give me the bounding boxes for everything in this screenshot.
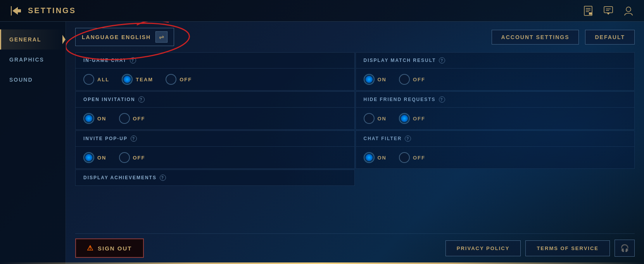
open-invitation-panel: OPEN INVITATION ? ON OFF bbox=[75, 91, 355, 130]
invite-popup-on[interactable]: ON bbox=[83, 152, 107, 163]
display-match-result-off[interactable]: OFF bbox=[399, 74, 425, 85]
settings-panels: IN-GAME CHAT ? ALL TEAM bbox=[75, 52, 635, 232]
filter-icon[interactable]: ⇌ bbox=[155, 31, 167, 43]
display-match-result-body: ON OFF bbox=[356, 69, 635, 90]
invite-popup-panel: INVITE POP-UP ? ON OFF bbox=[75, 130, 355, 169]
profile-icon[interactable] bbox=[622, 5, 635, 17]
content-area: LANGUAGE ENGLISH ⇌ ACCOUNT SETTINGS DEFA… bbox=[66, 22, 644, 264]
in-game-chat-team[interactable]: TEAM bbox=[122, 74, 153, 85]
display-achievements-help[interactable]: ? bbox=[160, 175, 166, 181]
in-game-chat-panel: IN-GAME CHAT ? ALL TEAM bbox=[75, 52, 355, 91]
sidebar-item-graphics[interactable]: GRAPHICS bbox=[0, 50, 66, 70]
svg-marker-0 bbox=[12, 7, 21, 15]
chat-filter-header: CHAT FILTER ? bbox=[356, 131, 635, 147]
sign-out-label: SIGN OUT bbox=[98, 245, 132, 252]
open-invitation-on[interactable]: ON bbox=[83, 113, 107, 124]
invite-popup-header: INVITE POP-UP ? bbox=[76, 131, 354, 147]
top-controls: LANGUAGE ENGLISH ⇌ ACCOUNT SETTINGS DEFA… bbox=[75, 28, 635, 46]
display-match-result-panel: DISPLAY MATCH RESULT ? ON OFF bbox=[356, 52, 635, 91]
language-selector[interactable]: LANGUAGE ENGLISH ⇌ bbox=[75, 28, 174, 46]
chat-filter-on[interactable]: ON bbox=[364, 152, 387, 163]
hide-friend-requests-panel: HIDE FRIEND REQUESTS ? ON OFF bbox=[356, 91, 635, 130]
svg-point-11 bbox=[626, 7, 631, 12]
warning-icon: ⚠ bbox=[87, 244, 94, 252]
svg-rect-7 bbox=[604, 7, 613, 13]
gold-bottom-decoration bbox=[0, 262, 644, 264]
sidebar-item-sound[interactable]: SOUND bbox=[0, 70, 66, 90]
sign-out-button[interactable]: ⚠ SIGN OUT bbox=[75, 238, 144, 258]
open-invitation-off[interactable]: OFF bbox=[119, 113, 145, 124]
hide-friend-requests-body: ON OFF bbox=[356, 108, 635, 129]
in-game-chat-all[interactable]: ALL bbox=[83, 74, 109, 85]
header-title: SETTINGS bbox=[28, 6, 76, 15]
display-match-result-help[interactable]: ? bbox=[439, 57, 445, 63]
chat-filter-panel: CHAT FILTER ? ON OFF bbox=[356, 130, 635, 169]
display-achievements-panel: DISPLAY ACHIEVEMENTS ? bbox=[75, 170, 355, 186]
display-match-result-header: DISPLAY MATCH RESULT ? bbox=[356, 53, 635, 69]
chat-filter-help[interactable]: ? bbox=[405, 135, 411, 142]
header: SETTINGS bbox=[0, 0, 644, 22]
invite-popup-help[interactable]: ? bbox=[131, 135, 137, 142]
chat-filter-off[interactable]: OFF bbox=[399, 152, 425, 163]
header-logo: SETTINGS bbox=[9, 4, 76, 18]
account-settings-button[interactable]: ACCOUNT SETTINGS bbox=[492, 30, 579, 45]
in-game-chat-off[interactable]: OFF bbox=[166, 74, 192, 85]
svg-marker-10 bbox=[607, 13, 610, 15]
hide-friend-requests-on[interactable]: ON bbox=[364, 113, 387, 124]
header-actions bbox=[582, 5, 635, 17]
sidebar: GENERAL GRAPHICS SOUND bbox=[0, 22, 66, 264]
open-invitation-header: OPEN INVITATION ? bbox=[76, 92, 354, 108]
main-layout: GENERAL GRAPHICS SOUND LANGUAGE ENGLISH … bbox=[0, 22, 644, 264]
language-text: LANGUAGE ENGLISH bbox=[82, 34, 151, 40]
hide-friend-requests-header: HIDE FRIEND REQUESTS ? bbox=[356, 92, 635, 108]
svg-rect-1 bbox=[11, 6, 12, 15]
right-column: DISPLAY MATCH RESULT ? ON OFF bbox=[356, 52, 635, 232]
display-match-result-on[interactable]: ON bbox=[364, 74, 387, 85]
left-column: IN-GAME CHAT ? ALL TEAM bbox=[75, 52, 355, 232]
chat-filter-body: ON OFF bbox=[356, 147, 635, 168]
invite-popup-off[interactable]: OFF bbox=[119, 152, 145, 163]
missions-icon[interactable] bbox=[582, 5, 594, 17]
open-invitation-help[interactable]: ? bbox=[138, 96, 145, 103]
privacy-policy-button[interactable]: PRIVACY POLICY bbox=[445, 240, 521, 256]
invite-popup-body: ON OFF bbox=[76, 147, 354, 168]
in-game-chat-body: ALL TEAM OFF bbox=[76, 69, 354, 90]
terms-of-service-button[interactable]: TERMS OF SERVICE bbox=[525, 240, 610, 256]
chat-icon[interactable] bbox=[602, 5, 615, 17]
in-game-chat-help[interactable]: ? bbox=[130, 57, 136, 63]
default-button[interactable]: DEFAULT bbox=[585, 30, 635, 45]
bottom-bar: ⚠ SIGN OUT PRIVACY POLICY TERMS OF SERVI… bbox=[75, 233, 635, 258]
support-button[interactable]: 🎧 bbox=[615, 240, 635, 257]
sidebar-item-general[interactable]: GENERAL bbox=[0, 29, 66, 50]
back-button[interactable] bbox=[9, 4, 23, 18]
hide-friend-requests-help[interactable]: ? bbox=[439, 96, 445, 103]
headphones-icon: 🎧 bbox=[620, 244, 629, 252]
svg-rect-6 bbox=[589, 12, 592, 15]
open-invitation-body: ON OFF bbox=[76, 108, 354, 129]
hide-friend-requests-off[interactable]: OFF bbox=[399, 113, 425, 124]
in-game-chat-header: IN-GAME CHAT ? bbox=[76, 53, 354, 69]
